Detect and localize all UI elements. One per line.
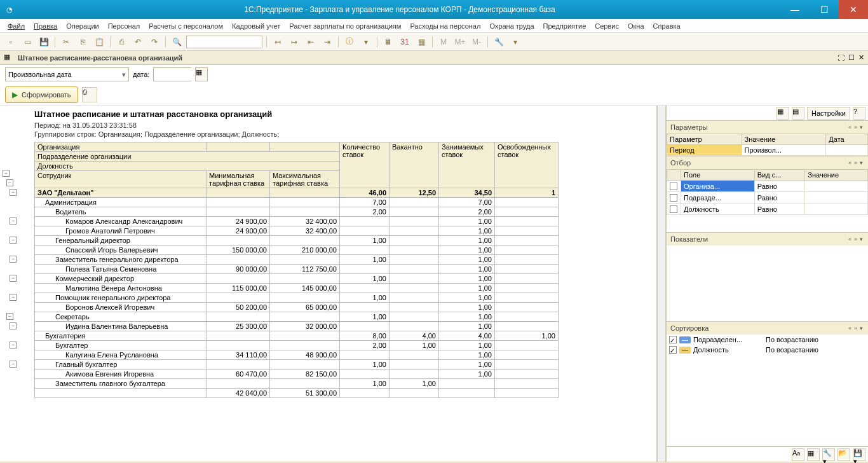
table-row[interactable]: Заместитель генерального директора1,001,… <box>35 255 559 265</box>
menu-payroll[interactable]: Расчет зарплаты по организациям <box>285 21 405 31</box>
table-row[interactable]: Малютина Венера Антоновна115 000,00145 0… <box>35 284 559 293</box>
dd2-icon[interactable]: ▾ <box>508 35 522 49</box>
menu-operations[interactable]: Операции <box>62 21 102 31</box>
table-icon[interactable]: ▦ <box>807 448 820 461</box>
new-icon[interactable]: ▫ <box>4 35 18 49</box>
maximize2-icon[interactable]: ☐ <box>848 53 855 62</box>
calc-icon[interactable]: 🖩 <box>381 35 395 49</box>
nav4-icon[interactable]: ⇥ <box>320 35 334 49</box>
table-row[interactable]: Помощник генерального директора1,001,00 <box>35 293 559 303</box>
wrench-icon[interactable]: 🔧 <box>492 35 506 49</box>
menu-help[interactable]: Справка <box>649 21 684 31</box>
print-icon[interactable]: ⎙ <box>114 35 128 49</box>
view2-icon[interactable]: ▤ <box>792 107 804 120</box>
menu-windows[interactable]: Окна <box>624 21 648 31</box>
menu-file[interactable]: Файл <box>4 21 29 31</box>
font-icon[interactable]: Aa <box>792 448 804 461</box>
mminus-icon[interactable]: M- <box>470 35 484 49</box>
close2-icon[interactable]: ✕ <box>858 53 864 62</box>
menu-safety[interactable]: Охрана труда <box>485 21 538 31</box>
report-area[interactable]: − − − − − − − − − − − − Штатное расписан… <box>0 106 657 462</box>
cut-icon[interactable]: ✂ <box>59 35 73 49</box>
m-icon[interactable]: M <box>437 35 451 49</box>
collapse-icon[interactable]: − <box>10 237 17 244</box>
maximize-button[interactable]: ☐ <box>810 0 839 19</box>
table-row[interactable]: Секретарь1,001,00 <box>35 312 559 322</box>
collapse-icon[interactable]: − <box>10 275 17 282</box>
table-row[interactable]: Коммерческий директор1,001,00 <box>35 274 559 284</box>
collapse-icon[interactable]: − <box>10 342 17 349</box>
search-icon[interactable]: 🔍 <box>170 35 184 49</box>
generate-button[interactable]: ▶ Сформировать <box>5 86 78 103</box>
collapse-icon[interactable]: − <box>10 294 17 301</box>
copy-icon[interactable]: ⎘ <box>76 35 90 49</box>
table-row[interactable]: Водитель2,002,00 <box>35 207 559 217</box>
search-combo[interactable] <box>186 36 262 48</box>
view1-icon[interactable]: ▦ <box>776 107 789 120</box>
table-row[interactable]: Воронов Алексей Игоревич50 200,0065 000,… <box>35 303 559 312</box>
nav2-icon[interactable]: ↦ <box>287 35 301 49</box>
table-row[interactable]: Акимова Евгения Игоревна60 470,0082 150,… <box>35 370 559 379</box>
grid-icon[interactable]: ▦ <box>414 35 428 49</box>
collapse-icon[interactable]: − <box>6 179 13 186</box>
nav1-icon[interactable]: ↤ <box>271 35 285 49</box>
table-row[interactable]: Администрация7,007,00 <box>35 198 559 207</box>
restore-icon[interactable]: ⛶ <box>837 54 844 62</box>
menu-enterprise[interactable]: Предприятие <box>539 21 590 31</box>
sort-row[interactable]: — Подразделен... По возрастанию <box>667 335 868 345</box>
menu-personnel[interactable]: Персонал <box>104 21 144 31</box>
collapse-icon[interactable]: − <box>3 170 10 177</box>
info-icon[interactable]: ⓘ <box>342 35 356 49</box>
table-row[interactable]: ЗАО "Дельтаон"46,0012,5034,501 <box>35 188 559 198</box>
minimize-button[interactable]: — <box>780 0 810 19</box>
filter-row[interactable]: Подразде...Равно <box>667 192 868 204</box>
mplus-icon[interactable]: M+ <box>453 35 467 49</box>
table-row[interactable]: Громов Анатолий Петрович24 900,0032 400,… <box>35 226 559 236</box>
nav3-icon[interactable]: ⇤ <box>304 35 318 49</box>
save2-icon[interactable]: 💾▾ <box>853 448 865 461</box>
menu-calc[interactable]: Расчеты с персоналом <box>145 21 227 31</box>
table-row[interactable]: Главный бухгалтер1,001,00 <box>35 360 559 370</box>
collapse-icon[interactable]: − <box>10 218 17 225</box>
table-row[interactable]: Полева Татьяна Семеновна90 000,00112 750… <box>35 265 559 274</box>
filter-row[interactable]: Организа...Равно <box>667 181 868 192</box>
close-button[interactable]: ✕ <box>839 0 868 19</box>
sort-row[interactable]: — Должность По возрастанию <box>667 345 868 355</box>
print2-icon[interactable]: ⎙ <box>82 87 97 102</box>
wrench2-icon[interactable]: 🔧▾ <box>822 448 835 461</box>
table-row[interactable]: Заместитель главного бухгалтера1,001,00 <box>35 379 559 389</box>
dropdown-icon[interactable]: ▾ <box>359 35 373 49</box>
menu-service[interactable]: Сервис <box>591 21 623 31</box>
undo-icon[interactable]: ↶ <box>131 35 145 49</box>
open-icon[interactable]: ▭ <box>20 35 34 49</box>
menu-expenses[interactable]: Расходы на персонал <box>406 21 484 31</box>
paste-icon[interactable]: 📋 <box>92 35 106 49</box>
collapse-icon[interactable]: − <box>6 313 13 320</box>
filter-panel: Отбор«»▾ ПолеВид с...ЗначениеОрганиза...… <box>667 156 868 233</box>
date-mode-combo[interactable]: Произвольная дата▾ <box>5 67 129 81</box>
collapse-icon[interactable]: − <box>10 189 17 196</box>
collapse-icon[interactable]: − <box>10 322 17 329</box>
report-table: ОрганизацияКоличество ставокВакантноЗани… <box>34 142 559 398</box>
table-row[interactable]: Иудина Валентина Валерьевна25 300,0032 0… <box>35 322 559 331</box>
menu-hr[interactable]: Кадровый учет <box>228 21 284 31</box>
settings-button[interactable]: Настройки <box>807 107 850 120</box>
save-icon[interactable]: 💾 <box>37 35 51 49</box>
table-row[interactable]: Бухгалтер2,001,001,00 <box>35 341 559 350</box>
calendar-icon[interactable]: 31 <box>398 35 412 49</box>
date-input[interactable] <box>153 67 191 81</box>
date-picker-icon[interactable]: ▦ <box>195 67 208 81</box>
table-row[interactable]: Генеральный директор1,001,00 <box>35 236 559 245</box>
table-row[interactable]: Спасский Игорь Валерьевич150 000,00210 0… <box>35 245 559 255</box>
collapse-icon[interactable]: − <box>10 361 17 368</box>
open2-icon[interactable]: 📂 <box>837 448 850 461</box>
table-row[interactable]: Комаров Александр Александрович24 900,00… <box>35 217 559 226</box>
table-row[interactable]: 42 040,0051 300,00 <box>35 389 559 398</box>
redo-icon[interactable]: ↷ <box>147 35 161 49</box>
table-row[interactable]: Калугина Елена Руслановна34 110,0048 900… <box>35 350 559 360</box>
filter-row[interactable]: ДолжностьРавно <box>667 204 868 215</box>
menu-edit[interactable]: Правка <box>30 21 61 31</box>
help-icon[interactable]: ? <box>853 107 865 120</box>
collapse-icon[interactable]: − <box>10 256 17 263</box>
table-row[interactable]: Бухгалтерия8,004,004,001,00 <box>35 331 559 341</box>
